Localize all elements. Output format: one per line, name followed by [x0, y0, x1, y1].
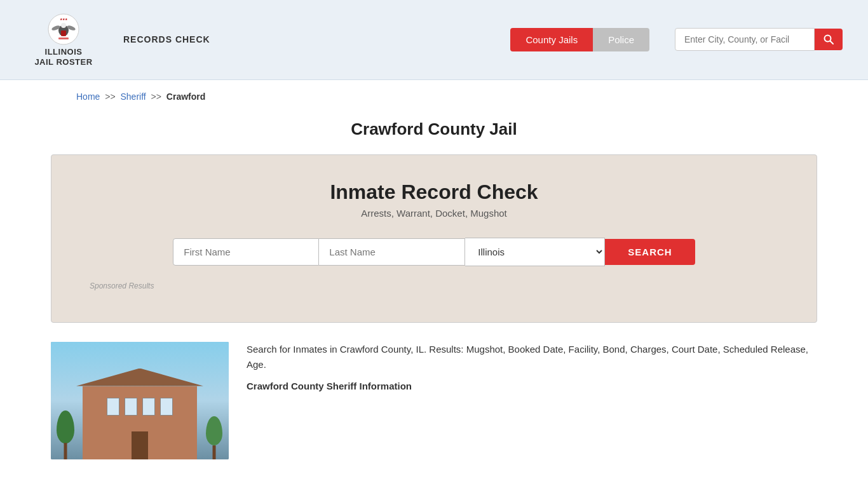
svg-rect-7	[58, 37, 69, 39]
header-search	[675, 28, 843, 51]
state-select[interactable]: Illinois Alabama Alaska Arizona Arkansas…	[465, 238, 605, 266]
page-title: Crawford County Jail	[25, 119, 843, 139]
site-header: ★★★ ILLINOIS JAIL ROSTER RECORDS CHECK C…	[0, 0, 868, 80]
header-search-button[interactable]	[815, 29, 843, 50]
window-1	[107, 398, 119, 416]
svg-line-9	[831, 41, 834, 44]
tree-left	[56, 409, 75, 459]
header-nav: County Jails Police	[510, 28, 649, 51]
county-jails-button[interactable]: County Jails	[510, 28, 593, 51]
content-section-heading: Crawford County Sheriff Information	[247, 379, 817, 394]
tree-right-crown	[206, 416, 222, 445]
svg-text:★★★: ★★★	[60, 17, 68, 21]
building-windows	[89, 398, 191, 416]
breadcrumb: Home >> Sheriff >> Crawford	[0, 80, 868, 108]
building-image	[51, 342, 229, 459]
building-roof	[76, 369, 203, 386]
inmate-check-title: Inmate Record Check	[90, 180, 778, 204]
breadcrumb-sheriff[interactable]: Sheriff	[121, 92, 146, 102]
logo-link[interactable]: ★★★ ILLINOIS JAIL ROSTER	[25, 11, 102, 68]
tree-right	[205, 415, 224, 459]
illinois-seal-icon: ★★★	[47, 13, 80, 46]
tree-right-trunk	[213, 445, 216, 459]
breadcrumb-home[interactable]: Home	[76, 92, 100, 102]
breadcrumb-sep-1: >>	[105, 92, 115, 102]
last-name-input[interactable]	[319, 238, 465, 266]
records-check-link[interactable]: RECORDS CHECK	[123, 34, 210, 44]
sponsored-results-label: Sponsored Results	[90, 281, 778, 290]
building-facade	[83, 386, 197, 459]
breadcrumb-current: Crawford	[166, 92, 205, 102]
breadcrumb-sep-2: >>	[151, 92, 161, 102]
building-illustration	[51, 342, 229, 459]
svg-rect-5	[61, 30, 66, 36]
search-icon	[824, 34, 834, 44]
inmate-search-form: Illinois Alabama Alaska Arizona Arkansas…	[90, 238, 778, 266]
window-3	[142, 398, 155, 416]
police-button[interactable]: Police	[593, 28, 649, 51]
first-name-input[interactable]	[173, 238, 319, 266]
logo-icon: ★★★	[46, 11, 81, 47]
svg-point-4	[61, 23, 66, 28]
content-description: Search for Inmates in Crawford County, I…	[247, 342, 817, 372]
content-area: Search for Inmates in Crawford County, I…	[51, 342, 817, 478]
window-4	[160, 398, 173, 416]
inmate-check-subtitle: Arrests, Warrant, Docket, Mugshot	[90, 208, 778, 219]
inmate-record-check-box: Inmate Record Check Arrests, Warrant, Do…	[51, 154, 817, 323]
content-text: Search for Inmates in Crawford County, I…	[247, 342, 817, 459]
inmate-search-button[interactable]: SEARCH	[605, 239, 695, 265]
page-title-area: Crawford County Jail	[0, 108, 868, 154]
building-door	[132, 431, 148, 459]
window-2	[125, 398, 137, 416]
header-search-input[interactable]	[675, 28, 815, 51]
logo-text: ILLINOIS JAIL ROSTER	[34, 47, 92, 68]
